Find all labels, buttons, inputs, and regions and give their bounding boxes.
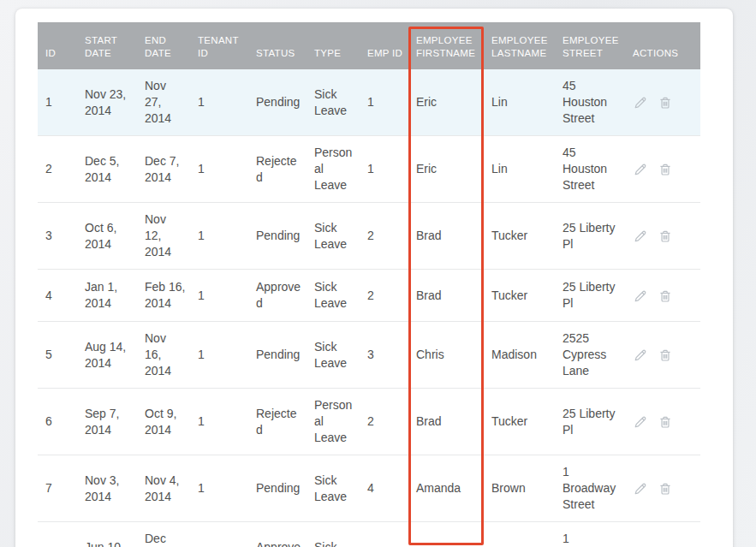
cell-id: 7 [38,455,77,522]
delete-button[interactable] [658,288,673,304]
cell-type: Sick Leave [307,270,360,322]
cell-end-date: Nov 12, 2014 [137,203,190,270]
delete-button[interactable] [658,414,673,430]
cell-status: Pending [248,203,307,270]
edit-button[interactable] [633,162,648,177]
cell-employee-lastname: Lin [484,136,555,203]
delete-button[interactable] [658,229,673,244]
column-header-status[interactable]: STATUS [248,22,307,69]
table-row[interactable]: 6Sep 7, 2014Oct 9, 20141RejectedPersonal… [38,389,700,455]
table-header: ID START DATE END DATE TENANT ID STATUS … [38,22,700,69]
cell-employee-street: 25 Liberty Pl [555,270,625,322]
column-header-employee-lastname[interactable]: EMPLOYEE LASTNAME [484,22,555,69]
edit-button[interactable] [633,481,648,496]
pencil-icon [633,167,648,180]
column-header-end-date[interactable]: END DATE [137,22,190,69]
trash-icon [658,353,673,366]
leave-requests-table: ID START DATE END DATE TENANT ID STATUS … [38,22,700,547]
cell-type: Sick Leave [307,203,360,270]
cell-employee-street: 25 Liberty Pl [555,203,625,270]
table-row[interactable]: 3Oct 6, 2014Nov 12, 20141PendingSick Lea… [38,203,700,270]
cell-employee-street: 1 Broadway Street [555,455,625,522]
cell-employee-lastname: Tucker [484,270,555,322]
cell-actions [625,203,700,270]
pencil-icon [633,353,648,366]
cell-end-date: Oct 9, 2014 [137,389,190,455]
edit-button[interactable] [633,95,648,110]
cell-employee-lastname: Tucker [484,389,555,455]
cell-start-date: Dec 5, 2014 [77,136,137,203]
cell-end-date: Nov 27, 2014 [137,69,190,136]
table-row[interactable]: 2Dec 5, 2014Dec 7, 20141RejectedPersonal… [38,136,700,203]
cell-start-date: Nov 3, 2014 [77,455,137,522]
cell-emp-id: 1 [360,136,408,203]
cell-emp-id: 2 [360,389,408,455]
cell-employee-firstname: Amanda [408,522,484,547]
trash-icon [658,100,673,113]
cell-tenant-id: 1 [190,389,248,455]
edit-button[interactable] [633,348,648,363]
cell-end-date: Dec 25, 2014 [137,522,190,547]
cell-status: Pending [248,322,307,389]
table-row[interactable]: 1Nov 23, 2014Nov 27, 20141PendingSick Le… [38,69,700,136]
table-row[interactable]: 8Jun 10, 2014Dec 25, 20141ApprovedSick L… [38,522,700,547]
cell-type: Sick Leave [307,322,360,389]
cell-employee-street: 45 Houston Street [555,69,625,136]
cell-id: 3 [38,203,77,270]
cell-status: Pending [248,455,307,522]
cell-employee-street: 25 Liberty Pl [555,389,625,455]
column-header-employee-street[interactable]: EMPLOYEE STREET [555,22,625,69]
column-header-tenant-id[interactable]: TENANT ID [190,22,248,69]
cell-actions [625,322,700,389]
pencil-icon [633,234,648,247]
cell-actions [625,136,700,203]
column-header-employee-firstname[interactable]: EMPLOYEE FIRSTNAME [408,22,484,69]
column-header-type[interactable]: TYPE [307,22,360,69]
table-row[interactable]: 5Aug 14, 2014Nov 16, 20141PendingSick Le… [38,322,700,389]
cell-id: 6 [38,389,77,455]
pencil-icon [633,419,648,432]
cell-employee-lastname: Madison [484,322,555,389]
cell-actions [625,270,700,322]
delete-button[interactable] [658,162,673,177]
column-header-emp-id[interactable]: EMP ID [360,22,408,69]
cell-type: Personal Leave [307,136,360,203]
trash-icon [658,486,673,499]
delete-button[interactable] [658,348,673,363]
cell-employee-firstname: Brad [408,203,484,270]
column-header-id[interactable]: ID [38,22,77,69]
edit-button[interactable] [633,288,648,304]
edit-button[interactable] [633,414,648,430]
cell-employee-firstname: Chris [408,322,484,389]
delete-button[interactable] [658,481,673,496]
trash-icon [658,167,673,180]
cell-start-date: Sep 7, 2014 [77,389,137,455]
cell-id: 2 [38,136,77,203]
cell-employee-street: 45 Houston Street [555,136,625,203]
cell-emp-id: 2 [360,203,408,270]
cell-start-date: Jun 10, 2014 [77,522,137,547]
cell-id: 4 [38,270,77,322]
cell-actions [625,69,700,136]
data-card: ID START DATE END DATE TENANT ID STATUS … [15,9,733,547]
cell-type: Personal Leave [307,389,360,455]
cell-status: Rejected [248,389,307,455]
table-row[interactable]: 4Jan 1, 2014Feb 16, 20141ApprovedSick Le… [38,270,700,322]
column-header-start-date[interactable]: START DATE [77,22,137,69]
cell-id: 5 [38,322,77,389]
cell-actions [625,455,700,522]
cell-start-date: Jan 1, 2014 [77,270,137,322]
edit-button[interactable] [633,229,648,244]
cell-employee-firstname: Brad [408,389,484,455]
cell-id: 8 [38,522,77,547]
table-row[interactable]: 7Nov 3, 2014Nov 4, 20141PendingSick Leav… [38,455,700,522]
delete-button[interactable] [658,95,673,110]
cell-start-date: Nov 23, 2014 [77,69,137,136]
cell-status: Pending [248,69,307,136]
cell-employee-street: 2525 Cypress Lane [555,322,625,389]
cell-employee-firstname: Amanda [408,455,484,522]
table-body: 1Nov 23, 2014Nov 27, 20141PendingSick Le… [38,69,700,547]
trash-icon [658,419,673,432]
cell-employee-firstname: Eric [408,69,484,136]
cell-emp-id: 4 [360,455,408,522]
